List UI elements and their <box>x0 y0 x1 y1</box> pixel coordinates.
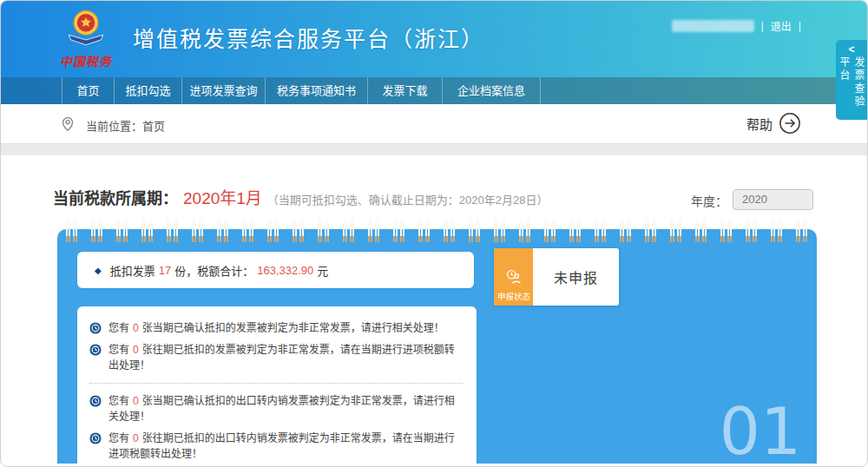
divider-strip <box>1 144 868 155</box>
nav-item-invoice-query[interactable]: 进项发票查询 <box>181 77 265 104</box>
binding-loop <box>91 218 103 244</box>
header: 中国税务 增值税发票综合服务平台（浙江） | 退出 | <box>1 1 868 77</box>
nav-item-deduction[interactable]: 抵扣勾选 <box>114 77 181 104</box>
dotted-divider <box>89 383 463 384</box>
notice-post: 张往期已抵扣的发票被判定为非正常发票，请在当期进行进项税额转出处理！ <box>108 344 455 372</box>
binding-loop <box>569 218 582 244</box>
spiral-binding-row <box>57 218 817 246</box>
binding-loop <box>519 218 531 244</box>
binding-loop <box>444 218 456 244</box>
notice-post: 张当期已确认抵扣的出口转内销发票被判定为非正常发票，请进行相关处理！ <box>108 395 455 423</box>
binding-loop <box>720 218 733 244</box>
notice-row: 您有0张往期已抵扣的发票被判定为非正常发票，请在当期进行进项税额转出处理！ <box>89 342 463 373</box>
binding-loop <box>620 218 632 244</box>
alarm-clock-icon <box>89 432 102 444</box>
breadcrumb-bar: 当前位置：首页 帮助 <box>1 104 868 144</box>
binding-loop <box>469 218 481 244</box>
notice-pre: 您有 <box>108 432 129 444</box>
binding-loop <box>343 218 355 244</box>
chevron-left-icon: < <box>848 44 854 55</box>
year-label: 年度： <box>691 192 727 209</box>
notice-post: 张往期已抵扣的出口转内销发票被判定为非正常发票，请在当期进行进项税额转出处理！ <box>108 432 455 460</box>
notice-pre: 您有 <box>108 395 129 407</box>
username-redacted <box>672 20 754 32</box>
period-note: （当期可抵扣勾选、确认截止日期为：2020年2月28日） <box>267 191 549 207</box>
notice-row: 您有0张当期已确认抵扣的出口转内销发票被判定为非正常发票，请进行相关处理！ <box>89 393 463 424</box>
location-pin-icon <box>58 114 77 133</box>
help-button[interactable]: 帮助 <box>746 112 801 135</box>
alarm-clock-icon <box>89 344 102 356</box>
notice-row: 您有0张往期已抵扣的出口转内销发票被判定为非正常发票，请在当期进行进项税额转出处… <box>89 431 463 462</box>
period-value: 2020年1月 <box>183 185 262 208</box>
alarm-clock-icon <box>89 395 102 407</box>
person-clock-icon <box>504 267 523 286</box>
binding-loop <box>116 218 128 244</box>
binding-loop <box>192 218 204 244</box>
summary-count: 17 <box>159 264 171 277</box>
summary-middle: 份，税额合计： <box>174 262 253 279</box>
notice-num: 0 <box>133 344 139 356</box>
diamond-bullet-icon: ◆ <box>95 266 102 275</box>
period-label: 当前税款所属期： <box>53 186 178 208</box>
binding-loop <box>368 218 380 244</box>
nav-item-tax-notice[interactable]: 税务事项通知书 <box>265 77 367 104</box>
notices-card: 您有0张当期已确认抵扣的发票被判定为非正常发票，请进行相关处理！ 您有0张往期已… <box>77 306 477 467</box>
binding-loop <box>167 218 179 244</box>
pipe-divider: | <box>761 20 764 32</box>
main-content: 当前税款所属期： 2020年1月 （当期可抵扣勾选、确认截止日期为：2020年2… <box>1 155 868 467</box>
page-number: 01 <box>720 399 801 464</box>
binding-loop <box>293 218 305 244</box>
user-area: | 退出 | <box>672 18 801 33</box>
nav-item-invoice-download[interactable]: 发票下载 <box>367 77 442 104</box>
binding-loop <box>217 218 229 244</box>
notice-num: 0 <box>133 322 139 334</box>
binding-loop <box>66 218 78 244</box>
pipe-divider: | <box>799 20 801 32</box>
status-value: 未申报 <box>533 248 619 306</box>
nav-spacer <box>1 77 62 104</box>
binding-loop <box>141 218 154 244</box>
summary-amount: 163,332.90 <box>257 264 313 277</box>
binding-loop <box>670 218 682 244</box>
summary-suffix: 元 <box>317 262 328 279</box>
nav-item-home[interactable]: 首页 <box>62 77 114 104</box>
nav-item-company-profile[interactable]: 企业档案信息 <box>442 77 541 104</box>
notice-pre: 您有 <box>108 322 129 334</box>
binding-loop <box>418 218 431 244</box>
declare-status-box: 申报状态 未申报 <box>494 248 619 306</box>
invoice-check-platform-tab[interactable]: < 发票查验平台 <box>836 40 867 120</box>
notice-num: 0 <box>133 432 139 444</box>
notice-pre: 您有 <box>108 344 129 356</box>
notice-num: 0 <box>133 395 139 407</box>
binding-loop <box>318 218 330 244</box>
side-tab-label: 发票查验平台 <box>837 56 866 120</box>
notice-post: 张当期已确认抵扣的发票被判定为非正常发票，请进行相关处理！ <box>142 322 444 334</box>
declare-status-tag: 申报状态 <box>494 248 533 306</box>
binding-loop <box>645 218 657 244</box>
status-tag-label: 申报状态 <box>497 289 530 301</box>
breadcrumb: 当前位置：首页 <box>86 117 165 134</box>
binding-loop <box>695 218 707 244</box>
binding-loop <box>771 218 783 244</box>
binding-loop <box>746 218 758 244</box>
page-title: 增值税发票综合服务平台（浙江） <box>133 22 484 53</box>
tax-emblem-icon <box>64 8 108 48</box>
logo: 中国税务 <box>49 8 123 69</box>
binding-loop <box>544 218 556 244</box>
period-row: 当前税款所属期： 2020年1月 （当期可抵扣勾选、确认截止日期为：2020年2… <box>53 185 548 208</box>
binding-loop <box>393 218 405 244</box>
arrow-right-circle-icon <box>779 112 801 135</box>
period-panel: ◆ 抵扣发票 17 份，税额合计： 163,332.90 元 申报状态 <box>57 229 817 464</box>
logo-text: 中国税务 <box>49 52 123 69</box>
notice-row: 您有0张当期已确认抵扣的发票被判定为非正常发票，请进行相关处理！ <box>89 320 463 336</box>
logout-button[interactable]: 退出 <box>771 18 792 33</box>
binding-loop <box>267 218 279 244</box>
page: 中国税务 增值税发票综合服务平台（浙江） | 退出 | < 发票查验平台 首页 … <box>0 0 868 467</box>
binding-loop <box>494 218 506 244</box>
year-select[interactable]: 2020 <box>733 189 813 210</box>
binding-loop <box>796 218 808 244</box>
main-nav: 首页 抵扣勾选 进项发票查询 税务事项通知书 发票下载 企业档案信息 <box>1 77 868 104</box>
help-label: 帮助 <box>746 115 773 133</box>
summary-prefix: 抵扣发票 <box>110 262 155 279</box>
alarm-clock-icon <box>89 322 102 334</box>
